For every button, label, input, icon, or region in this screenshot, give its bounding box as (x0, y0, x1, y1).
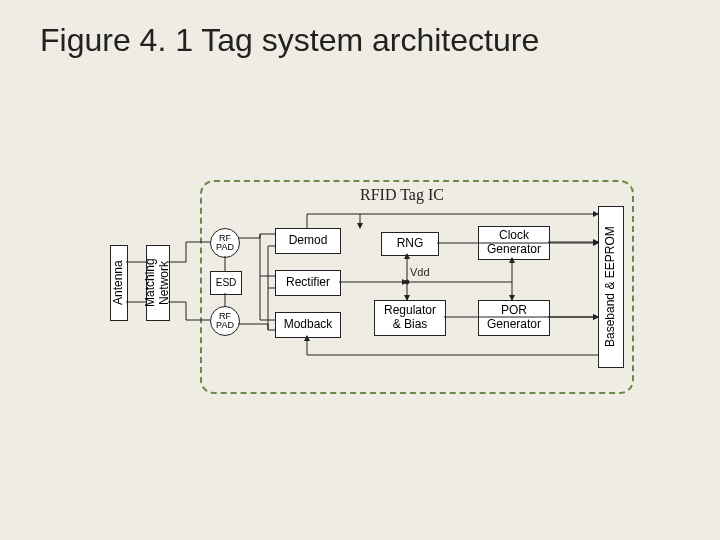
architecture-diagram: RFID Tag IC Antenna Matching Network RF … (110, 170, 646, 400)
wiring (110, 170, 646, 400)
figure-title: Figure 4. 1 Tag system architecture (40, 22, 539, 59)
slide: Figure 4. 1 Tag system architecture RFID… (0, 0, 720, 540)
